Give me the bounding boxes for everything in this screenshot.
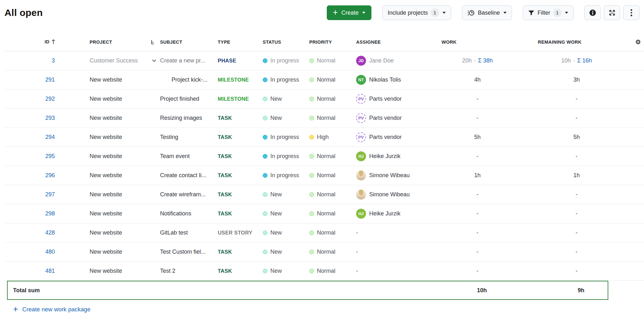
work-package-id-link[interactable]: 3 bbox=[52, 57, 55, 64]
priority-dot-icon bbox=[309, 58, 314, 63]
hierarchy-icon[interactable] bbox=[150, 40, 158, 45]
column-header-project[interactable]: PROJECT bbox=[55, 40, 150, 45]
column-header-remaining-work[interactable]: REMAINING WORK bbox=[513, 40, 615, 45]
table-row[interactable]: 3 Customer Success Create a new pr... PH… bbox=[4, 51, 644, 70]
column-header-type[interactable]: TYPE bbox=[218, 40, 263, 45]
status-label: In progress bbox=[270, 76, 299, 83]
chevron-down-icon bbox=[503, 12, 507, 14]
project-name: New website bbox=[90, 249, 122, 255]
baseline-button[interactable]: Baseline bbox=[462, 5, 512, 20]
assignee-name: Nikolas Tolis bbox=[369, 76, 401, 83]
filter-button[interactable]: Filter 1 bbox=[523, 5, 574, 20]
table-row[interactable]: 481 New website Test 2 TASK New Normal -… bbox=[4, 262, 644, 281]
project-name: New website bbox=[90, 210, 122, 217]
work-package-id-link[interactable]: 297 bbox=[45, 191, 55, 198]
type-badge: PHASE bbox=[218, 58, 236, 64]
chevron-down-icon bbox=[565, 12, 568, 14]
subject: Project finished bbox=[160, 96, 199, 102]
fullscreen-button[interactable] bbox=[604, 5, 620, 20]
status-dot-icon bbox=[263, 230, 267, 235]
column-header-status[interactable]: STATUS bbox=[263, 40, 309, 45]
table-row[interactable]: 480 New website Test Custom fiel... TASK… bbox=[4, 243, 644, 262]
priority-label: Normal bbox=[317, 153, 335, 160]
total-remaining-work-value: 9h bbox=[518, 287, 608, 294]
work-packages-page: All open + Create Include projects 1 Bas… bbox=[0, 0, 644, 326]
work-package-id-link[interactable]: 293 bbox=[45, 115, 55, 121]
table-row[interactable]: 296 New website Create contact li... TAS… bbox=[4, 166, 644, 185]
table-settings-button[interactable] bbox=[615, 39, 644, 45]
priority-dot-icon bbox=[309, 77, 314, 82]
status-label: New bbox=[270, 210, 282, 217]
priority-dot-icon bbox=[309, 230, 314, 235]
priority-dot-icon bbox=[309, 173, 314, 178]
table-row[interactable]: 294 New website Testing TASK In progress… bbox=[4, 128, 644, 147]
work-package-id-link[interactable]: 428 bbox=[45, 229, 55, 236]
type-badge: TASK bbox=[218, 268, 232, 274]
create-new-work-package-link[interactable]: Create new work package bbox=[22, 306, 91, 313]
total-work-value: 10h bbox=[446, 287, 518, 294]
remaining-work-value: 1h bbox=[573, 172, 580, 179]
column-header-priority[interactable]: PRIORITY bbox=[309, 40, 356, 45]
priority-dot-icon bbox=[309, 135, 314, 140]
work-package-id-link[interactable]: 481 bbox=[45, 268, 55, 274]
remaining-work-value: - bbox=[576, 153, 578, 160]
table-row[interactable]: 293 New website Resizing images TASK New… bbox=[4, 109, 644, 128]
collapse-hierarchy-chevron-icon[interactable] bbox=[151, 58, 157, 63]
table-row[interactable]: 291 New website Project kick-... MILESTO… bbox=[4, 70, 644, 90]
project-name: Customer Success bbox=[90, 57, 138, 64]
priority-dot-icon bbox=[309, 192, 314, 197]
work-package-id-link[interactable]: 292 bbox=[45, 96, 55, 102]
remaining-work-sum-link[interactable]: Σ 16h bbox=[577, 57, 592, 64]
column-header-id[interactable]: ID bbox=[4, 39, 55, 45]
status-label: New bbox=[270, 96, 282, 102]
table-row[interactable]: 292 New website Project finished MILESTO… bbox=[4, 90, 644, 109]
work-package-id-link[interactable]: 295 bbox=[45, 153, 55, 160]
table-row[interactable]: 297 New website Create wirefram... TASK … bbox=[4, 185, 644, 204]
work-package-id-link[interactable]: 291 bbox=[45, 76, 55, 83]
type-badge: TASK bbox=[218, 115, 232, 121]
table-row[interactable]: 298 New website Notifications TASK New N… bbox=[4, 204, 644, 223]
avatar: PV bbox=[356, 132, 366, 142]
work-packages-table: ID PROJECT SUBJECT TYPE STATUS PRIORITY … bbox=[0, 21, 644, 314]
type-badge: USER STORY bbox=[218, 230, 252, 236]
remaining-work-value: 10h bbox=[561, 57, 571, 64]
create-work-package-row[interactable]: + Create new work package bbox=[13, 305, 644, 314]
status-label: New bbox=[270, 249, 282, 255]
work-package-id-link[interactable]: 294 bbox=[45, 134, 55, 141]
column-header-assignee[interactable]: ASSIGNEE bbox=[356, 40, 442, 45]
chevron-down-icon bbox=[443, 12, 446, 14]
avatar: PV bbox=[356, 94, 366, 104]
assignee-name: Simone Wibeau bbox=[369, 191, 410, 198]
avatar: HJ bbox=[356, 209, 366, 219]
work-value: 5h bbox=[474, 134, 480, 141]
type-badge: TASK bbox=[218, 153, 232, 159]
avatar: HJ bbox=[356, 151, 366, 161]
status-label: New bbox=[270, 268, 282, 274]
remaining-work-value: 3h bbox=[573, 76, 580, 83]
priority-label: High bbox=[317, 134, 329, 141]
priority-dot-icon bbox=[309, 116, 314, 120]
table-row[interactable]: 295 New website Team event TASK In progr… bbox=[4, 147, 644, 166]
include-projects-button[interactable]: Include projects 1 bbox=[382, 5, 451, 20]
remaining-work-value: - bbox=[576, 268, 578, 274]
work-sum-link[interactable]: Σ 38h bbox=[478, 57, 493, 64]
info-button[interactable] bbox=[584, 5, 601, 20]
priority-label: Normal bbox=[317, 191, 335, 198]
status-dot-icon bbox=[263, 77, 267, 82]
column-header-subject[interactable]: SUBJECT bbox=[158, 40, 218, 45]
column-header-work[interactable]: WORK bbox=[442, 40, 513, 45]
priority-label: Normal bbox=[317, 76, 335, 83]
subject: GitLab test bbox=[160, 229, 188, 236]
fullscreen-icon bbox=[609, 9, 616, 16]
more-menu-button[interactable] bbox=[623, 5, 640, 20]
create-button[interactable]: + Create bbox=[327, 5, 371, 20]
priority-dot-icon bbox=[309, 97, 314, 101]
work-package-id-link[interactable]: 298 bbox=[45, 210, 55, 217]
assignee-name: Heike Jurzik bbox=[369, 210, 400, 217]
priority-label: Normal bbox=[317, 57, 335, 64]
priority-dot-icon bbox=[309, 211, 314, 216]
work-package-id-link[interactable]: 296 bbox=[45, 172, 55, 179]
work-package-id-link[interactable]: 480 bbox=[45, 249, 55, 255]
project-name: New website bbox=[90, 76, 122, 83]
table-row[interactable]: 428 New website GitLab test USER STORY N… bbox=[4, 223, 644, 243]
